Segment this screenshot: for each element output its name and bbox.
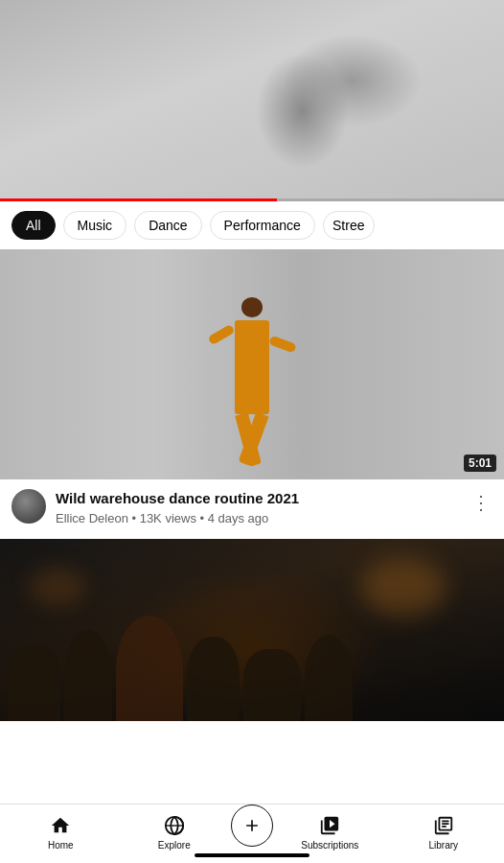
person-sil-1 — [8, 644, 60, 721]
video-card-1: 5:01 Wild warehouse dance routine 2021 E… — [0, 249, 504, 535]
nav-item-subscriptions[interactable]: Subscriptions — [273, 814, 387, 851]
home-icon — [49, 814, 72, 837]
thumbnail-image-1 — [0, 249, 504, 479]
subscriptions-icon — [318, 814, 341, 837]
dancer-figure — [214, 297, 290, 470]
dancer-head — [241, 297, 263, 317]
person-sil-6 — [305, 635, 353, 721]
nav-label-library: Library — [428, 840, 458, 851]
duration-badge-1: 5:01 — [464, 455, 496, 472]
hero-thumbnail-image — [0, 0, 504, 201]
library-icon — [432, 814, 455, 837]
nav-label-subscriptions: Subscriptions — [301, 840, 358, 851]
channel-avatar-1[interactable] — [11, 489, 46, 524]
dancer-body — [235, 320, 269, 413]
nav-label-home: Home — [48, 840, 74, 851]
person-sil-4 — [187, 637, 240, 721]
nav-item-home[interactable]: Home — [4, 814, 118, 851]
video-thumbnail-2[interactable] — [0, 539, 504, 721]
filter-row: All Music Dance Performance Stree — [0, 201, 504, 249]
chip-street[interactable]: Stree — [323, 211, 375, 240]
avatar-image-1 — [11, 489, 46, 524]
chip-dance[interactable]: Dance — [134, 211, 201, 240]
nav-item-explore[interactable]: Explore — [118, 814, 232, 851]
light-blob-2 — [29, 568, 86, 606]
dancer-legs — [233, 414, 271, 470]
video-thumbnail-1[interactable]: 5:01 — [0, 249, 504, 479]
chip-music[interactable]: Music — [63, 211, 127, 240]
explore-icon — [163, 814, 186, 837]
concert-people — [0, 596, 504, 721]
video-subtitle-1: Ellice Deleon • 13K views • 4 days ago — [56, 511, 460, 525]
hero-thumbnail — [0, 0, 504, 201]
person-sil-5 — [243, 649, 301, 721]
thumbnail-image-2 — [0, 539, 504, 721]
chip-performance[interactable]: Performance — [210, 211, 315, 240]
nav-item-add[interactable] — [231, 805, 273, 860]
person-sil-2 — [64, 630, 112, 721]
video-card-2 — [0, 539, 504, 721]
light-blob-1 — [360, 558, 447, 616]
person-sil-3 — [116, 616, 183, 721]
video-title-1[interactable]: Wild warehouse dance routine 2021 — [56, 489, 460, 508]
nav-label-explore: Explore — [158, 840, 191, 851]
add-icon[interactable] — [231, 805, 273, 847]
progress-bar-fill — [0, 198, 277, 201]
video-info-1: Wild warehouse dance routine 2021 Ellice… — [56, 489, 460, 525]
home-indicator — [195, 853, 309, 857]
more-options-button-1[interactable]: ⋮ — [470, 489, 493, 514]
nav-item-library[interactable]: Library — [387, 814, 501, 851]
chip-all[interactable]: All — [11, 211, 56, 240]
video-meta-1: Wild warehouse dance routine 2021 Ellice… — [0, 479, 504, 535]
progress-bar-track — [0, 198, 504, 201]
hero-video[interactable] — [0, 0, 504, 201]
